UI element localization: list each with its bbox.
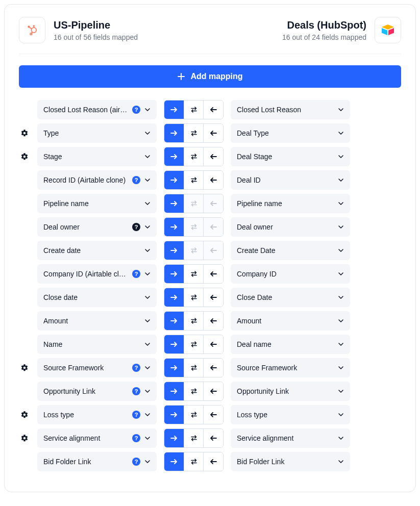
source-field-label: Service alignment (43, 434, 129, 442)
direction-right-button[interactable] (164, 171, 184, 189)
target-field-select[interactable]: Deal ID (231, 170, 350, 190)
direction-right-button[interactable] (164, 335, 184, 353)
target-field-select[interactable]: Service alignment (231, 428, 350, 448)
source-field-select[interactable]: Type (37, 123, 157, 143)
direction-right-button[interactable] (164, 406, 184, 424)
target-field-select[interactable]: Deal Type (231, 123, 350, 143)
target-field-select[interactable]: Pipeline name (231, 194, 350, 213)
direction-right-button[interactable] (164, 218, 184, 236)
source-field-select[interactable]: Company ID (Airtable clone)? (37, 264, 157, 284)
direction-right-button[interactable] (164, 147, 184, 166)
target-field-select[interactable]: Bid Folder Link (231, 452, 350, 471)
direction-both-button[interactable] (184, 335, 204, 353)
target-field-select[interactable]: Amount (231, 311, 350, 331)
direction-right-button[interactable] (164, 100, 184, 119)
source-field-select[interactable]: Close date (37, 288, 157, 307)
direction-right-button[interactable] (164, 288, 184, 307)
direction-right-button[interactable] (164, 312, 184, 330)
source-field-select[interactable]: Service alignment? (37, 428, 157, 448)
direction-both-button[interactable] (184, 288, 204, 307)
target-field-select[interactable]: Deal Stage (231, 147, 350, 166)
direction-left-button[interactable] (203, 382, 223, 400)
direction-left-button[interactable] (203, 100, 223, 119)
direction-both-button[interactable] (184, 359, 204, 377)
direction-left-button[interactable] (203, 147, 223, 166)
direction-both-button (184, 218, 204, 236)
source-field-select[interactable]: Source Framework? (37, 358, 157, 377)
direction-toggle (164, 123, 224, 143)
direction-both-button[interactable] (184, 312, 204, 330)
source-field-select[interactable]: Stage (37, 147, 157, 166)
source-field-select[interactable]: Opportunity Link? (37, 382, 157, 401)
direction-left-button[interactable] (203, 452, 223, 471)
source-field-label: Bid Folder Link (43, 458, 129, 466)
direction-left-button[interactable] (203, 288, 223, 307)
direction-right-button[interactable] (164, 429, 184, 447)
chevron-down-icon (144, 154, 151, 160)
direction-both-button[interactable] (184, 429, 204, 447)
direction-right-button[interactable] (164, 265, 184, 283)
target-field-label: Source Framework (237, 364, 334, 372)
direction-left-button[interactable] (203, 265, 223, 283)
direction-left-button[interactable] (203, 124, 223, 142)
direction-left-button[interactable] (203, 359, 223, 377)
gear-icon[interactable] (20, 411, 29, 419)
gear-icon[interactable] (20, 153, 29, 161)
target-field-select[interactable]: Close Date (231, 288, 350, 307)
target-field-select[interactable]: Closed Lost Reason (231, 100, 350, 119)
gear-icon[interactable] (20, 364, 29, 372)
add-mapping-button[interactable]: Add mapping (19, 65, 401, 88)
target-field-label: Amount (237, 317, 334, 325)
direction-both-button[interactable] (184, 265, 204, 283)
chevron-down-icon (144, 177, 151, 183)
direction-both-button[interactable] (184, 171, 204, 189)
target-field-select[interactable]: Loss type (231, 405, 350, 424)
source-field-select[interactable]: Record ID (Airtable clone)? (37, 170, 157, 190)
direction-left-button[interactable] (203, 312, 223, 330)
gear-icon[interactable] (20, 434, 29, 442)
chevron-down-icon (144, 435, 151, 441)
direction-left-button (203, 194, 223, 213)
target-field-select[interactable]: Deal owner (231, 217, 350, 237)
target-field-label: Deal name (237, 340, 334, 348)
direction-right-button[interactable] (164, 382, 184, 400)
source-field-label: Close date (43, 293, 140, 301)
source-field-select[interactable]: Deal owner? (37, 217, 157, 237)
direction-left-button[interactable] (203, 429, 223, 447)
direction-right-button[interactable] (164, 359, 184, 377)
target-field-select[interactable]: Opportunity Link (231, 382, 350, 401)
source-field-select[interactable]: Create date (37, 241, 157, 260)
direction-both-button[interactable] (184, 100, 204, 119)
direction-both-button[interactable] (184, 406, 204, 424)
direction-right-button[interactable] (164, 241, 184, 260)
direction-toggle (164, 264, 224, 284)
direction-both-button[interactable] (184, 452, 204, 471)
direction-both-button[interactable] (184, 382, 204, 400)
chevron-down-icon (144, 130, 151, 136)
direction-both-button[interactable] (184, 124, 204, 142)
source-field-select[interactable]: Pipeline name (37, 194, 157, 213)
direction-right-button[interactable] (164, 124, 184, 142)
source-field-select[interactable]: Closed Lost Reason (airtable …? (37, 100, 157, 119)
direction-right-button[interactable] (164, 194, 184, 213)
direction-left-button[interactable] (203, 171, 223, 189)
direction-left-button[interactable] (203, 406, 223, 424)
gear-icon[interactable] (20, 129, 29, 137)
chevron-down-icon (144, 412, 151, 418)
target-field-select[interactable]: Company ID (231, 264, 350, 284)
source-field-select[interactable]: Amount (37, 311, 157, 331)
source-field-select[interactable]: Bid Folder Link? (37, 452, 157, 471)
direction-left-button[interactable] (203, 335, 223, 353)
target-field-select[interactable]: Deal name (231, 335, 350, 354)
source-app-icon (19, 17, 45, 43)
target-field-select[interactable]: Create Date (231, 241, 350, 260)
source-field-select[interactable]: Loss type? (37, 405, 157, 424)
source-field-label: Stage (43, 153, 140, 161)
source-field-select[interactable]: Name (37, 335, 157, 354)
direction-right-button[interactable] (164, 452, 184, 471)
direction-toggle (164, 170, 224, 190)
target-field-select[interactable]: Source Framework (231, 358, 350, 377)
source-title: US-Pipeline (54, 19, 138, 31)
direction-both-button[interactable] (184, 147, 204, 166)
target-field-label: Close Date (237, 293, 334, 301)
